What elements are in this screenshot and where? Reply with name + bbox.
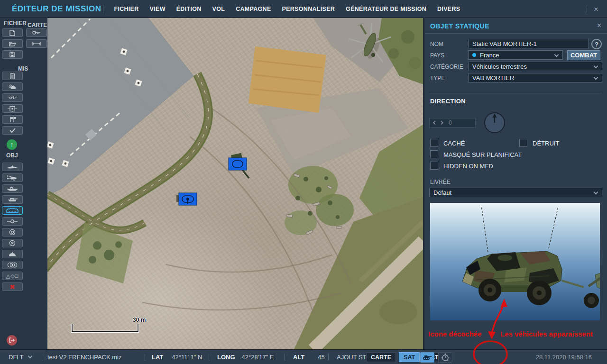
- add-airplane-button[interactable]: [2, 163, 23, 171]
- sat-label: SAT: [404, 354, 415, 361]
- alt-value: 45: [318, 354, 324, 361]
- new-mission-button[interactable]: [2, 28, 23, 37]
- upload-button[interactable]: ↑: [7, 139, 17, 150]
- menu-divers[interactable]: DIVERS: [437, 6, 460, 12]
- menu-vol[interactable]: VOL: [212, 6, 225, 12]
- delete-object-button[interactable]: ✖: [2, 282, 23, 291]
- carte-label: CARTE: [371, 354, 391, 361]
- datetime-display: 28.11.2020 19:58:16: [536, 350, 592, 364]
- country-select[interactable]: France: [468, 50, 563, 60]
- toolbar-group-mis: MIS: [18, 65, 28, 72]
- menu-view[interactable]: VIEW: [150, 6, 166, 12]
- add-vehicle-button[interactable]: [2, 195, 23, 204]
- map-view-carte-button[interactable]: CARTE: [366, 352, 396, 362]
- waypoint-icon: [7, 219, 18, 223]
- name-input[interactable]: Static VAB MORTIER-1: [468, 39, 589, 48]
- three-rings-icon: [7, 262, 18, 268]
- combat-button[interactable]: COMBAT: [567, 50, 600, 60]
- toolbar-group-obj: OBJ: [6, 152, 18, 159]
- datetime-text: 28.11.2020 19:58:16: [536, 354, 592, 361]
- panel-close-icon[interactable]: ×: [597, 21, 601, 30]
- trigger-switch-icon: [8, 96, 17, 100]
- country-color-dot: [472, 53, 476, 57]
- category-select[interactable]: Véhicules terrestres: [468, 62, 602, 71]
- detruit-checkbox[interactable]: [519, 139, 527, 147]
- map-viewport[interactable]: 30 m: [47, 18, 423, 349]
- chevron-down-icon: [594, 64, 598, 69]
- app-title: ÉDITEUR DE MISSION: [12, 4, 101, 14]
- latitude-readout: LAT 42°11' 1" N: [152, 350, 202, 364]
- window-controls-separator: [587, 5, 587, 13]
- helicopter-icon: [7, 175, 18, 181]
- add-waypoint-button[interactable]: [2, 217, 23, 226]
- status-bar: DFLT test V2 FRENCHPACK.miz LAT 42°11' 1…: [0, 349, 607, 364]
- add-static-object-button[interactable]: [2, 206, 23, 215]
- weather-button[interactable]: [2, 82, 23, 91]
- section-divider: [429, 93, 602, 93]
- chevron-left-icon[interactable]: [433, 121, 437, 125]
- window-close-icon[interactable]: ×: [594, 5, 598, 13]
- vehicle-preview-image: [430, 203, 600, 320]
- add-drawing-shapes-button[interactable]: △◇□: [2, 272, 23, 280]
- flags-button[interactable]: [2, 115, 23, 124]
- annotation-icone-decochee: Icone décochée: [428, 330, 482, 338]
- open-mission-button[interactable]: [2, 39, 23, 48]
- profile-selector[interactable]: DFLT: [9, 350, 32, 364]
- type-label: TYPE: [430, 75, 445, 82]
- type-select[interactable]: VAB MORTIER: [468, 73, 602, 82]
- clipboard-icon: [10, 73, 15, 79]
- time-real-toggle[interactable]: [438, 352, 452, 363]
- ship-icon: [7, 186, 18, 191]
- chevron-right-icon[interactable]: [440, 121, 443, 125]
- measure-distance-button[interactable]: [26, 39, 47, 48]
- add-helicopter-button[interactable]: [2, 173, 23, 182]
- triggers-button[interactable]: [2, 93, 23, 102]
- map-scale-bar: [72, 324, 138, 332]
- circle-x-icon: [9, 240, 16, 246]
- map-key-button[interactable]: [26, 28, 47, 37]
- separator: [145, 354, 145, 361]
- hidden-mfd-checkbox[interactable]: [430, 162, 438, 170]
- save-mission-button[interactable]: [2, 50, 23, 59]
- masque-checkbox[interactable]: [430, 150, 438, 158]
- airplane-icon: [7, 165, 18, 169]
- menu-generateur[interactable]: GÉNÉRATEUR DE MISSION: [346, 6, 426, 12]
- category-value: Véhicules terrestres: [472, 63, 527, 70]
- menu-edition[interactable]: ÉDITION: [176, 6, 202, 12]
- validate-button[interactable]: [2, 126, 23, 135]
- heading-dial[interactable]: [483, 111, 506, 134]
- livery-value: Défaut: [433, 189, 451, 196]
- menu-fichier[interactable]: FICHIER: [114, 6, 138, 12]
- separator: [209, 354, 209, 361]
- add-airbase-button[interactable]: [2, 250, 23, 258]
- separator: [285, 354, 285, 361]
- map-view-sat-button[interactable]: SAT: [399, 352, 420, 362]
- menu-personnaliser[interactable]: PERSONNALISER: [282, 6, 335, 12]
- window-controls: ×: [587, 0, 598, 18]
- add-restricted-zone-button[interactable]: [2, 239, 23, 247]
- livery-select[interactable]: Défaut: [429, 188, 602, 197]
- show-units-toggle[interactable]: [420, 352, 434, 363]
- add-ship-button[interactable]: [2, 184, 23, 193]
- title-caret: [103, 5, 103, 13]
- pays-label: PAYS: [430, 52, 444, 59]
- chevron-down-icon: [28, 354, 32, 359]
- trigger-zone-button[interactable]: [2, 104, 23, 113]
- long-label: LONG: [217, 354, 235, 361]
- lat-label: LAT: [152, 354, 163, 361]
- help-button[interactable]: ?: [591, 39, 602, 49]
- separator: [328, 354, 329, 361]
- add-template-button[interactable]: [2, 261, 23, 269]
- left-toolbar: FICHIER CARTE MIS: [0, 18, 47, 349]
- briefing-button[interactable]: [2, 72, 23, 80]
- heading-stepper[interactable]: 0: [429, 118, 476, 127]
- add-target-rings-button[interactable]: [2, 228, 23, 237]
- chevron-down-icon: [594, 75, 598, 80]
- map-graphics: [47, 18, 423, 349]
- menu-campagne[interactable]: CAMPAGNE: [236, 6, 271, 12]
- weather-cloud-icon: [9, 84, 17, 90]
- exit-editor-button[interactable]: [7, 335, 17, 346]
- toolbar-group-fichier: FICHIER: [4, 20, 27, 27]
- rings-icon: [9, 229, 16, 236]
- cache-checkbox[interactable]: [430, 139, 438, 147]
